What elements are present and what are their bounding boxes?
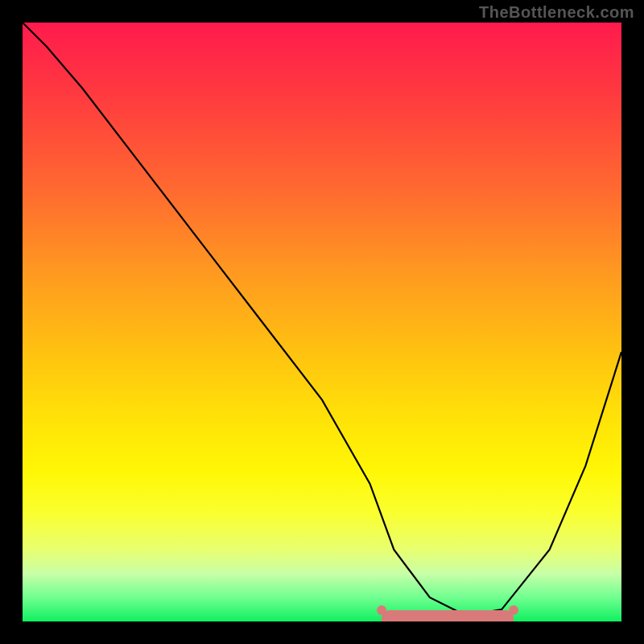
optimal-range-dot	[509, 605, 518, 615]
bottleneck-curve	[23, 23, 621, 621]
frame-border	[0, 621, 644, 644]
optimal-range-band	[382, 610, 514, 621]
watermark-text: TheBottleneck.com	[479, 3, 634, 22]
frame-border	[621, 0, 644, 644]
chart-frame: TheBottleneck.com	[0, 0, 644, 644]
plot-area	[23, 23, 621, 621]
frame-border	[0, 0, 23, 644]
